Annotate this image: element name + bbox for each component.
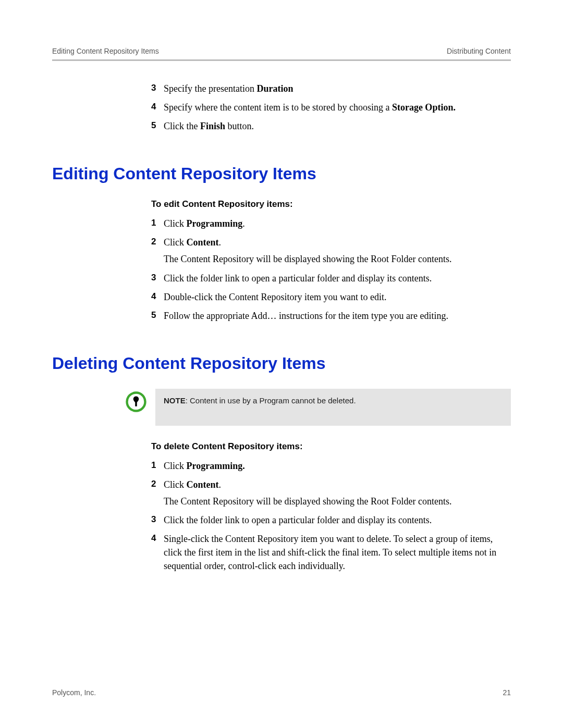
pin-icon (125, 391, 147, 413)
step: 1Click Programming. (151, 459, 500, 473)
step-text: Click Programming. (164, 459, 500, 473)
step-text: Click the Finish button. (164, 119, 500, 133)
edit-steps: 1Click Programming.2Click Content.The Co… (151, 217, 500, 323)
delete-block: To delete Content Repository items: 1Cli… (151, 441, 500, 573)
step-subtext: The Content Repository will be displayed… (164, 252, 500, 266)
footer-left: Polycom, Inc. (52, 688, 96, 697)
step: 3Click the folder link to open a particu… (151, 513, 500, 527)
step-text: Double-click the Content Repository item… (164, 290, 500, 304)
step-number: 3 (151, 272, 164, 285)
step: 5Follow the appropriate Add… instruction… (151, 309, 500, 323)
step: 2Click Content.The Content Repository wi… (151, 478, 500, 508)
step: 2Click Content.The Content Repository wi… (151, 236, 500, 266)
step-number: 5 (151, 309, 164, 322)
edit-block: To edit Content Repository items: 1Click… (151, 199, 500, 323)
step-text: Click Programming. (164, 217, 500, 230)
step-number: 1 (151, 459, 164, 472)
header-left: Editing Content Repository Items (52, 47, 159, 55)
step-number: 4 (151, 532, 164, 545)
delete-subheading: To delete Content Repository items: (151, 441, 500, 452)
footer-right: 21 (503, 688, 511, 697)
note-label: NOTE (164, 396, 186, 405)
step: 1Click Programming. (151, 217, 500, 230)
step: 4Single-click the Content Repository ite… (151, 532, 500, 573)
step: 3Specify the presentation Duration (151, 82, 500, 95)
step-text: Specify where the content item is to be … (164, 101, 500, 114)
page: Editing Content Repository Items Distrib… (0, 0, 563, 728)
edit-subheading: To edit Content Repository items: (151, 199, 500, 209)
note-row: NOTE: Content in use by a Program cannot… (125, 389, 511, 426)
step-text: Follow the appropriate Add… instructions… (164, 309, 500, 323)
step: 5Click the Finish button. (151, 119, 500, 133)
step-text: Specify the presentation Duration (164, 82, 500, 95)
step-text: Click Content.The Content Repository wil… (164, 236, 500, 266)
intro-steps: 3Specify the presentation Duration4Speci… (151, 82, 500, 133)
step-subtext: The Content Repository will be displayed… (164, 495, 500, 508)
step-text: Click Content.The Content Repository wil… (164, 478, 500, 508)
step: 4Double-click the Content Repository ite… (151, 290, 500, 304)
step-number: 3 (151, 82, 164, 95)
step: 4Specify where the content item is to be… (151, 101, 500, 114)
note-box: NOTE: Content in use by a Program cannot… (155, 389, 511, 426)
step-number: 4 (151, 101, 164, 114)
delete-steps: 1Click Programming.2Click Content.The Co… (151, 459, 500, 573)
step-text: Click the folder link to open a particul… (164, 513, 500, 527)
step-number: 1 (151, 217, 164, 230)
step-text: Single-click the Content Repository item… (164, 532, 500, 573)
step-number: 2 (151, 236, 164, 249)
step: 3Click the folder link to open a particu… (151, 272, 500, 285)
page-header: Editing Content Repository Items Distrib… (52, 47, 511, 61)
section-title-editing: Editing Content Repository Items (52, 164, 511, 183)
header-right: Distributing Content (447, 47, 511, 55)
step-number: 2 (151, 478, 164, 491)
section-title-deleting: Deleting Content Repository Items (52, 354, 511, 373)
step-text: Click the folder link to open a particul… (164, 272, 500, 285)
step-number: 4 (151, 290, 164, 303)
step-number: 3 (151, 513, 164, 526)
step-number: 5 (151, 119, 164, 132)
note-text: : Content in use by a Program cannot be … (186, 396, 356, 405)
page-footer: Polycom, Inc. 21 (52, 688, 511, 697)
